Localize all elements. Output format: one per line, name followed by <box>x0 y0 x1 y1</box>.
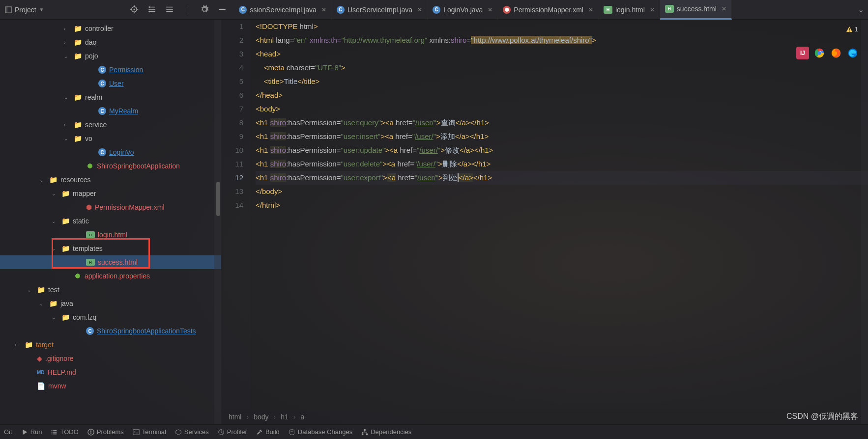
tree-item[interactable]: ⌄📁resources <box>0 173 221 187</box>
tree-item[interactable]: 📄mvnw <box>0 379 221 393</box>
tree-item[interactable]: ⌄📁static <box>0 214 221 228</box>
code-line[interactable]: <body> <box>256 102 868 116</box>
locate-icon[interactable] <box>130 5 139 14</box>
editor-content[interactable]: <!DOCTYPE html><html lang="en" xmlns:th=… <box>251 20 868 410</box>
git-tool-button[interactable]: Git <box>4 428 12 436</box>
tree-item[interactable]: MDHELP.md <box>0 365 221 379</box>
tree-item[interactable]: CUser <box>0 77 221 90</box>
code-line[interactable]: <html lang="en" xmlns:th="http://www.thy… <box>256 33 868 47</box>
close-tab-icon[interactable]: ✕ <box>417 6 422 13</box>
editor-tab[interactable]: CUserServiceImpl.java✕ <box>332 0 428 20</box>
tree-item[interactable]: ⌄📁templates <box>0 242 221 255</box>
code-line[interactable]: </html> <box>256 198 868 212</box>
tree-item[interactable]: CMyRealm <box>0 104 221 118</box>
line-number[interactable]: 13 <box>221 185 243 198</box>
editor-tab[interactable]: CssionServiceImpl.java✕ <box>234 0 331 20</box>
close-tab-icon[interactable]: ✕ <box>321 6 326 13</box>
problems-tool-button[interactable]: Problems <box>87 428 124 436</box>
line-number[interactable]: 3 <box>221 47 243 61</box>
profiler-tool-button[interactable]: Profiler <box>218 428 247 436</box>
tree-item[interactable]: ⌄📁mapper <box>0 187 221 200</box>
tree-item[interactable]: application.properties <box>0 269 221 283</box>
code-editor[interactable]: 1 IJ 1234567891011121314 <!DOCTYPE html>… <box>221 20 868 424</box>
minimize-icon[interactable] <box>218 5 227 14</box>
edge-icon[interactable] <box>846 47 859 59</box>
chrome-icon[interactable] <box>813 47 826 59</box>
services-tool-button[interactable]: Services <box>175 428 209 436</box>
tree-arrow-icon[interactable]: ⌄ <box>64 95 71 100</box>
editor-tab[interactable]: Hsuccess.html✕ <box>660 0 732 20</box>
tree-item[interactable]: CShiroSpringbootApplicationTests <box>0 324 221 338</box>
line-number[interactable]: 14 <box>221 198 243 212</box>
dependencies-tool-button[interactable]: Dependencies <box>361 428 411 436</box>
code-line[interactable]: <meta charset="UTF-8"> <box>256 61 868 75</box>
editor-tab[interactable]: Hlogin.html✕ <box>599 0 660 20</box>
editor-tab[interactable]: CLoginVo.java✕ <box>428 0 498 20</box>
todo-tool-button[interactable]: TODO <box>51 428 78 436</box>
breadcrumb-item[interactable]: h1 <box>281 413 289 421</box>
line-number[interactable]: 1 <box>221 20 243 33</box>
tree-arrow-icon[interactable]: › <box>64 26 71 31</box>
breadcrumb-item[interactable]: a <box>300 413 304 421</box>
code-line[interactable]: <h1 shiro:hasPermission="user:update"><a… <box>256 143 868 157</box>
tree-item[interactable]: ⌄📁java <box>0 297 221 310</box>
tree-arrow-icon[interactable]: ⌄ <box>52 191 58 196</box>
breadcrumb[interactable]: html›body›h1›a <box>221 410 868 424</box>
tree-item[interactable]: CPermission <box>0 63 221 77</box>
breadcrumb-item[interactable]: html <box>229 413 241 421</box>
build-tool-button[interactable]: Build <box>256 428 280 436</box>
terminal-tool-button[interactable]: Terminal <box>133 428 166 436</box>
tree-item[interactable]: Hsuccess.html <box>0 255 221 269</box>
intellij-browser-icon[interactable]: IJ <box>796 47 809 59</box>
tree-item[interactable]: ⌄📁pojo <box>0 49 221 63</box>
line-number[interactable]: 9 <box>221 130 243 143</box>
tree-arrow-icon[interactable]: ⌄ <box>64 136 71 141</box>
code-line[interactable]: <!DOCTYPE html> <box>256 20 868 33</box>
tree-item[interactable]: ›📁service <box>0 118 221 132</box>
tree-item[interactable]: Hlogin.html <box>0 228 221 242</box>
close-tab-icon[interactable]: ✕ <box>650 6 655 13</box>
editor-gutter[interactable]: 1234567891011121314 <box>221 20 251 410</box>
tabs-dropdown-icon[interactable]: ⌄ <box>854 5 868 14</box>
line-number[interactable]: 11 <box>221 157 243 171</box>
close-tab-icon[interactable]: ✕ <box>722 5 726 12</box>
tree-item[interactable]: ⌄📁test <box>0 283 221 297</box>
code-line[interactable]: </head> <box>256 88 868 102</box>
close-tab-icon[interactable]: ✕ <box>488 6 492 13</box>
tree-arrow-icon[interactable]: › <box>64 122 71 128</box>
tree-item[interactable]: ⌄📁com.lzq <box>0 310 221 324</box>
code-line[interactable]: </body> <box>256 185 868 198</box>
project-tree[interactable]: ›📁controller›📁dao⌄📁pojoCPermissionCUser⌄… <box>0 20 221 424</box>
code-line[interactable]: <title>Title</title> <box>256 75 868 88</box>
close-tab-icon[interactable]: ✕ <box>588 6 593 13</box>
breadcrumb-item[interactable]: body <box>254 413 268 421</box>
line-number[interactable]: 8 <box>221 116 243 130</box>
line-number[interactable]: 7 <box>221 102 243 116</box>
editor-tab[interactable]: ⬢PermissionMapper.xml✕ <box>498 0 599 20</box>
tree-item[interactable]: ›📁dao <box>0 35 221 49</box>
tree-item[interactable]: ◆.gitignore <box>0 352 221 365</box>
code-line[interactable]: <h1 shiro:hasPermission="user:query"><a … <box>256 116 868 130</box>
tree-arrow-icon[interactable]: › <box>15 342 22 348</box>
tree-item[interactable]: CLoginVo <box>0 145 221 159</box>
run-tool-button[interactable]: Run <box>21 428 42 436</box>
tree-arrow-icon[interactable]: ⌄ <box>64 54 71 59</box>
code-line[interactable]: <head> <box>256 47 868 61</box>
line-number[interactable]: 4 <box>221 61 243 75</box>
expand-all-icon[interactable] <box>147 5 156 14</box>
tree-arrow-icon[interactable]: ⌄ <box>52 246 58 251</box>
collapse-all-icon[interactable] <box>165 5 174 14</box>
tree-arrow-icon[interactable]: ⌄ <box>52 315 58 320</box>
line-number[interactable]: 2 <box>221 33 243 47</box>
tree-item[interactable]: ⌄📁realm <box>0 90 221 104</box>
line-number[interactable]: 5 <box>221 75 243 88</box>
code-line[interactable]: <h1 shiro:hasPermission="user:delete"><a… <box>256 157 868 171</box>
code-line[interactable]: <h1 shiro:hasPermission="user:export"><a… <box>256 171 868 185</box>
tree-item[interactable]: ⌄📁vo <box>0 132 221 145</box>
project-tool-window-button[interactable]: Project ▼ <box>0 6 49 14</box>
database-changes-button[interactable]: Database Changes <box>289 428 352 436</box>
line-number[interactable]: 6 <box>221 88 243 102</box>
editor-scrollbar[interactable] <box>861 20 868 424</box>
tree-item[interactable]: ShiroSpringbootApplication <box>0 159 221 173</box>
line-number[interactable]: 10 <box>221 143 243 157</box>
